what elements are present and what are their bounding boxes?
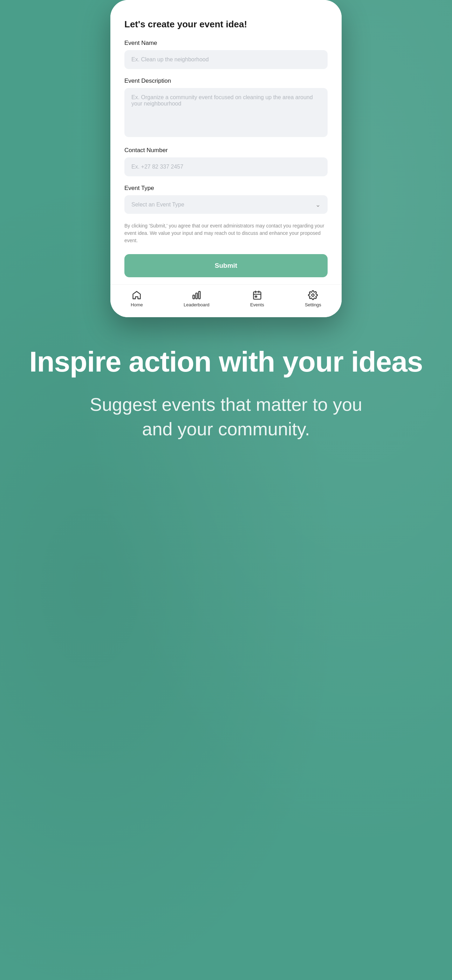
promo-section: Inspire action with your ideas Suggest e… <box>0 317 452 477</box>
submit-button[interactable]: Submit <box>124 254 328 277</box>
event-type-label: Event Type <box>124 185 328 192</box>
contact-number-label: Contact Number <box>124 147 328 154</box>
svg-point-8 <box>312 294 314 296</box>
svg-rect-7 <box>255 296 257 297</box>
bottom-nav: Home Leaderboard Events <box>110 284 342 317</box>
nav-label-home: Home <box>131 302 143 307</box>
event-description-label: Event Description <box>124 78 328 84</box>
events-icon <box>252 290 262 300</box>
event-type-wrapper: Select an Event Type ⌄ <box>124 195 328 214</box>
event-name-input[interactable] <box>124 50 328 69</box>
event-description-input[interactable] <box>124 88 328 137</box>
settings-icon <box>308 290 318 300</box>
contact-number-input[interactable] <box>124 158 328 176</box>
event-name-label: Event Name <box>124 40 328 47</box>
svg-rect-1 <box>196 293 197 299</box>
home-icon <box>132 290 142 300</box>
form-content: Let's create your event idea! Event Name… <box>110 16 342 284</box>
nav-label-settings: Settings <box>305 302 321 307</box>
event-type-select[interactable]: Select an Event Type <box>124 195 328 214</box>
form-title: Let's create your event idea! <box>124 19 328 30</box>
nav-item-events[interactable]: Events <box>250 290 264 307</box>
promo-subtext: Suggest events that matter to you and yo… <box>86 392 366 441</box>
disclaimer-text: By clicking 'Submit,' you agree that our… <box>124 222 328 244</box>
phone-shell: Let's create your event idea! Event Name… <box>110 0 342 317</box>
nav-item-leaderboard[interactable]: Leaderboard <box>184 290 210 307</box>
nav-label-leaderboard: Leaderboard <box>184 302 210 307</box>
status-bar <box>110 0 342 16</box>
leaderboard-icon <box>192 290 202 300</box>
nav-item-home[interactable]: Home <box>131 290 143 307</box>
svg-rect-0 <box>193 295 194 299</box>
svg-rect-2 <box>199 292 201 299</box>
nav-item-settings[interactable]: Settings <box>305 290 321 307</box>
svg-rect-3 <box>253 292 261 299</box>
nav-label-events: Events <box>250 302 264 307</box>
promo-headline: Inspire action with your ideas <box>29 345 423 378</box>
